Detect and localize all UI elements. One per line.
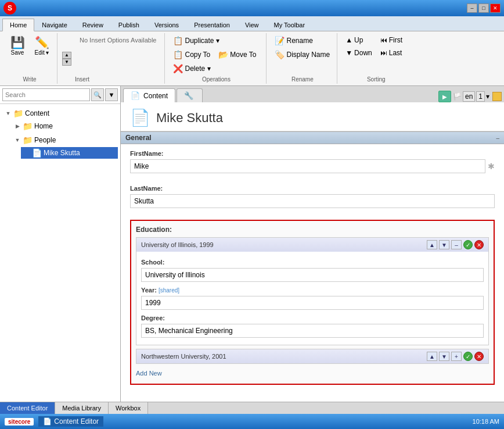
operations-group-label: Operations [202, 76, 231, 83]
home-label: Home [34, 122, 53, 130]
edu-0-remove-button[interactable]: ✕ [474, 240, 484, 249]
tree-item-content: ▼ 📁 Content ▶ 📁 Home [2, 106, 118, 162]
search-options-button[interactable]: ▼ [105, 88, 118, 101]
title-bar-controls[interactable]: – □ ✕ [467, 3, 501, 13]
page-header: 📄 Mike Skutta [121, 102, 504, 131]
write-group-label: Write [23, 76, 36, 83]
status-left: sitecore 📄 Content Editor [5, 416, 103, 427]
tab-view[interactable]: View [237, 19, 267, 31]
tab-mytoolbar[interactable]: My Toolbar [267, 19, 313, 31]
degree-input[interactable] [141, 324, 484, 338]
ribbon-group-operations: 📋 Duplicate ▾ 📋 Copy To 📂 Move To ❌ Dele… [166, 33, 267, 84]
home-folder-icon: 📁 [23, 121, 33, 131]
edu-0-up-button[interactable]: ▲ [427, 240, 437, 249]
search-input[interactable] [2, 88, 90, 101]
toggle-home[interactable]: ▶ [14, 123, 21, 129]
edu-entry-0: University of Illinois, 1999 ▲ ▼ – ✓ ✕ S… [136, 237, 489, 345]
move-to-button[interactable]: 📂 Move To [215, 48, 260, 61]
tab-presentation[interactable]: Presentation [186, 19, 237, 31]
duplicate-button[interactable]: 📋 Duplicate ▾ [170, 34, 222, 47]
year-input[interactable] [141, 296, 484, 310]
degree-field-group: Degree: [141, 312, 484, 340]
edu-0-down-button[interactable]: ▼ [439, 240, 449, 249]
edu-0-collapse-button[interactable]: – [451, 240, 462, 249]
content-label: Content [25, 109, 49, 117]
tab-review[interactable]: Review [75, 19, 111, 31]
edu-1-down-button[interactable]: ▼ [439, 352, 449, 361]
copy-to-button[interactable]: 📋 Copy To [170, 48, 214, 61]
shared-indicator: [shared] [159, 287, 179, 294]
config-tab-icon: 🔧 [184, 91, 193, 100]
tab-publish[interactable]: Publish [111, 19, 147, 31]
scroll-up-arrow[interactable]: ▲ [62, 52, 71, 59]
toggle-people[interactable]: ▼ [14, 137, 21, 143]
tab-versions[interactable]: Versions [147, 19, 186, 31]
edu-1-check-button[interactable]: ✓ [463, 352, 473, 361]
edu-entry-0-header[interactable]: University of Illinois, 1999 ▲ ▼ – ✓ ✕ [136, 238, 488, 252]
edu-1-remove-button[interactable]: ✕ [474, 352, 484, 361]
mike-skutta-page-icon: 📄 [32, 148, 42, 158]
tree-node-content[interactable]: ▼ 📁 Content [2, 108, 118, 119]
app-icon: 📄 [43, 417, 52, 426]
ribbon-tabs: Home Navigate Review Publish Versions Pr… [0, 16, 504, 31]
edu-1-expand-button[interactable]: + [451, 352, 462, 361]
year-label: Year: [shared] [141, 287, 484, 294]
general-section: General – FirstName: ✱ LastName: [121, 131, 504, 214]
bottom-tab-workbox[interactable]: Workbox [109, 402, 148, 414]
up-button[interactable]: ▲ Up [342, 34, 376, 46]
tab-config[interactable]: 🔧 [177, 88, 203, 102]
people-label: People [34, 136, 56, 144]
tab-home[interactable]: Home [2, 19, 34, 31]
edu-entry-1-header[interactable]: Northwestern University, 2001 ▲ ▼ + ✓ ✕ [136, 349, 488, 363]
close-button[interactable]: ✕ [490, 3, 501, 13]
last-button[interactable]: ⏭ Last [377, 47, 411, 59]
navigate-up-button[interactable]: ▶ [438, 91, 451, 102]
general-section-toggle[interactable]: – [496, 135, 499, 141]
school-field-group: School: [141, 256, 484, 284]
version-dropdown[interactable]: ▾ [486, 92, 489, 101]
edu-entry-1-title: Northwestern University, 2001 [141, 353, 226, 360]
firstname-field-group: FirstName: ✱ [121, 144, 504, 179]
search-button[interactable]: 🔍 [91, 88, 104, 101]
maximize-button[interactable]: □ [478, 3, 489, 13]
edu-0-check-button[interactable]: ✓ [463, 240, 473, 249]
insert-group-label: Insert [75, 76, 161, 83]
firstname-input[interactable] [130, 159, 485, 173]
tree-node-mike-skutta[interactable]: 📄 Mike Skutta [21, 147, 118, 159]
down-button[interactable]: ▼ Down [342, 47, 376, 59]
tree-node-people[interactable]: ▼ 📁 People [12, 134, 118, 146]
content-tabs: 📄 Content 🔧 ▶ 🏳️ en 1 ▾ [121, 86, 504, 102]
flag-icon: 🏳️ [453, 92, 462, 101]
first-button[interactable]: ⏮ First [377, 34, 411, 46]
school-input[interactable] [141, 268, 484, 282]
tab-navigate[interactable]: Navigate [34, 19, 74, 31]
content-tab-icon: 📄 [131, 91, 140, 100]
status-time: 10:18 AM [473, 418, 499, 425]
delete-button[interactable]: ❌ Delete ▾ [170, 62, 214, 75]
edu-1-up-button[interactable]: ▲ [427, 352, 437, 361]
bottom-tab-content-editor[interactable]: Content Editor [0, 402, 55, 414]
rename-button[interactable]: 📝 Rename [271, 34, 333, 47]
edit-button[interactable]: ✏️ Edit ▾ [30, 34, 53, 58]
people-folder-icon: 📁 [23, 135, 33, 145]
scroll-down-arrow[interactable]: ▼ [62, 59, 71, 66]
ribbon-group-insert: ▲ ▼ No Insert Options Available Insert [59, 33, 165, 84]
warning-indicator [492, 92, 502, 101]
save-button[interactable]: 💾 Save [6, 34, 29, 58]
toggle-content[interactable]: ▼ [5, 110, 12, 116]
firstname-required-row: ✱ [130, 159, 495, 173]
lastname-label: LastName: [130, 185, 495, 192]
minimize-button[interactable]: – [467, 3, 477, 13]
lang-dropdown[interactable]: en [463, 91, 475, 102]
school-label: School: [141, 259, 484, 266]
lastname-input[interactable] [130, 194, 495, 208]
bottom-tab-media-library[interactable]: Media Library [55, 402, 109, 414]
general-section-header[interactable]: General – [121, 131, 504, 144]
display-name-button[interactable]: 🏷️ Display Name [271, 48, 333, 61]
rename-icon: 📝 [275, 36, 285, 45]
save-icon: 💾 [10, 37, 25, 48]
tab-content[interactable]: 📄 Content [123, 88, 175, 103]
search-bar: 🔍 ▼ [0, 86, 120, 104]
add-new-link[interactable]: Add New [136, 367, 489, 379]
tree-node-home[interactable]: ▶ 📁 Home [12, 120, 118, 132]
